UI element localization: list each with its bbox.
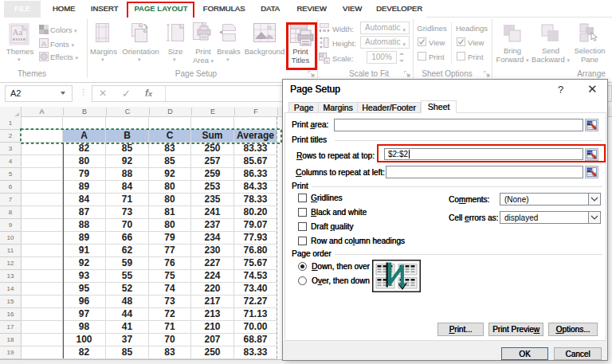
svg-text:Aa: Aa [13, 27, 23, 37]
svg-text:A: A [41, 40, 46, 48]
